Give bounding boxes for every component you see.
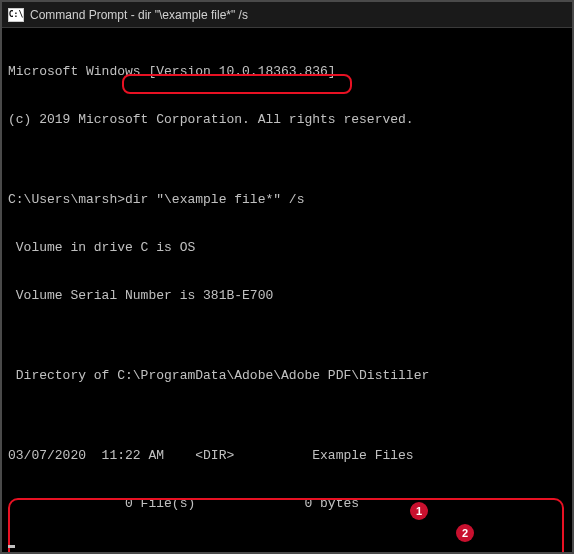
text-cursor (8, 545, 15, 548)
window-title: Command Prompt - dir "\example file*" /s (30, 8, 248, 22)
prompt-command-line: C:\Users\marsh>dir "\example file*" /s (8, 192, 568, 208)
output-line: Volume Serial Number is 381B-E700 (8, 288, 568, 304)
annotation-badge-2: 2 (456, 524, 474, 542)
output-line: 03/07/2020 11:22 AM <DIR> Example Files (8, 448, 568, 464)
output-line: Volume in drive C is OS (8, 240, 568, 256)
titlebar[interactable]: C:\ Command Prompt - dir "\example file*… (2, 2, 572, 28)
output-line: 0 File(s) 0 bytes (8, 496, 568, 512)
terminal-output[interactable]: Microsoft Windows [Version 10.0.18363.83… (2, 28, 572, 552)
output-line: Directory of C:\ProgramData\Adobe\Adobe … (8, 368, 568, 384)
cmd-icon: C:\ (8, 8, 24, 22)
command-prompt-window: C:\ Command Prompt - dir "\example file*… (0, 0, 574, 554)
output-line: Microsoft Windows [Version 10.0.18363.83… (8, 64, 568, 80)
output-line: (c) 2019 Microsoft Corporation. All righ… (8, 112, 568, 128)
